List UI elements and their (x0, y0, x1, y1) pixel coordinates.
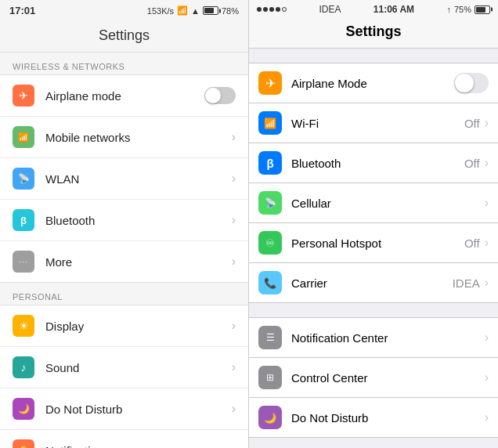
right-section1-gap (249, 49, 498, 63)
airplane-toggle[interactable] (204, 87, 236, 104)
left-notifications-label: Notifications (45, 444, 232, 449)
left-section2-label: PERSONAL (0, 283, 248, 305)
right-item-bluetooth[interactable]: β Bluetooth Off › (249, 143, 498, 183)
ios-cellular-arrow: › (485, 196, 489, 210)
left-notifications-arrow: › (232, 443, 236, 448)
ios-signal-dots (257, 7, 287, 12)
left-display-arrow: › (232, 319, 236, 333)
left-display-label: Display (45, 320, 232, 333)
ios-carrier-icon: 📞 (258, 271, 282, 294)
right-item-wifi[interactable]: 📶 Wi-Fi Off › (249, 103, 498, 143)
right-title: Settings (345, 23, 401, 39)
ios-hotspot-label: Personal Hotspot (291, 237, 464, 250)
right-panel: IDEA 11:06 AM ↑ 75% Settings ✈ Airplane … (249, 0, 498, 448)
left-bluetooth-label: Bluetooth (45, 214, 232, 227)
ios-notif-center-label: Notification Center (291, 331, 485, 345)
ios-dnd-icon: 🌙 (258, 406, 282, 429)
left-status-right: 153K/s 📶 ▲ 78% (147, 5, 239, 16)
left-item-airplane[interactable]: ✈ Airplane mode (0, 75, 248, 117)
right-item-notif-center[interactable]: ☰ Notification Center › (249, 318, 498, 358)
left-panel: 17:01 153K/s 📶 ▲ 78% Settings WIRELESS &… (0, 0, 249, 448)
left-item-wlan[interactable]: 📡 WLAN › (0, 158, 248, 200)
right-item-airplane[interactable]: ✈ Airplane Mode (249, 63, 498, 103)
left-item-mobile[interactable]: 📶 Mobile networks › (0, 117, 248, 158)
left-item-more[interactable]: ··· More › (0, 241, 248, 282)
left-item-sound[interactable]: ♪ Sound › (0, 347, 248, 388)
bluetooth-icon: β (13, 209, 34, 231)
left-more-arrow: › (232, 255, 236, 269)
right-time: 11:06 AM (374, 4, 414, 15)
wlan-icon: 📡 (13, 168, 34, 190)
left-mobile-label: Mobile networks (45, 131, 232, 144)
left-more-label: More (45, 255, 232, 269)
right-header: Settings (249, 19, 498, 49)
ios-cellular-icon: 📡 (258, 191, 282, 215)
right-item-cellular[interactable]: 📡 Cellular › (249, 183, 498, 223)
left-bluetooth-arrow: › (232, 213, 236, 227)
dot4 (276, 7, 280, 12)
ios-airplane-toggle[interactable] (454, 73, 489, 93)
right-item-dnd[interactable]: 🌙 Do Not Disturb › (249, 398, 498, 437)
right-section2-gap (249, 303, 498, 317)
left-title: Settings (99, 27, 150, 43)
right-battery-fill (476, 7, 485, 13)
ios-wifi-arrow: › (485, 116, 489, 130)
left-dnd-arrow: › (232, 402, 236, 416)
sound-icon: ♪ (13, 356, 34, 378)
left-section1-label: WIRELESS & NETWORKS (0, 52, 248, 74)
left-wlan-arrow: › (232, 172, 236, 186)
left-network-speed: 153K/s (147, 6, 174, 16)
dot1 (257, 7, 262, 12)
left-sound-label: Sound (45, 361, 232, 374)
ios-cellular-label: Cellular (291, 197, 485, 210)
ios-hotspot-icon: ♾ (258, 231, 282, 255)
right-status-bar: IDEA 11:06 AM ↑ 75% (249, 0, 498, 19)
ios-bluetooth-label: Bluetooth (291, 157, 464, 170)
ios-airplane-label: Airplane Mode (291, 77, 454, 90)
ios-carrier-arrow: › (485, 276, 489, 290)
mobile-icon: 📶 (13, 126, 34, 148)
ios-notif-center-arrow: › (485, 331, 489, 345)
dot5 (282, 7, 287, 12)
ios-notif-center-icon: ☰ (258, 326, 282, 349)
left-item-display[interactable]: ☀ Display › (0, 305, 248, 347)
left-item-notifications[interactable]: 🔔 Notifications › (0, 430, 248, 448)
left-battery-percent: 78% (222, 6, 239, 16)
ios-dnd-label: Do Not Disturb (291, 411, 485, 425)
ios-carrier-value: IDEA (453, 276, 480, 290)
right-location-icon: ↑ (446, 5, 451, 14)
left-airplane-label: Airplane mode (45, 89, 204, 103)
right-carrier: IDEA (319, 4, 341, 15)
left-wlan-label: WLAN (45, 172, 232, 186)
left-signal-icon: ▲ (191, 6, 200, 16)
right-item-control-center[interactable]: ⊞ Control Center › (249, 358, 498, 398)
left-time: 17:01 (9, 5, 35, 16)
ios-dnd-arrow: › (485, 410, 489, 425)
ios-control-center-arrow: › (485, 370, 489, 385)
ios-control-center-icon: ⊞ (258, 366, 282, 389)
right-bottom-gap (249, 438, 498, 448)
right-item-carrier[interactable]: 📞 Carrier IDEA › (249, 263, 498, 302)
right-status-right: ↑ 75% (446, 5, 490, 14)
display-icon: ☀ (13, 315, 34, 337)
right-battery-percent: 75% (454, 5, 471, 14)
left-item-dnd[interactable]: 🌙 Do Not Disturb › (0, 388, 248, 430)
dot2 (263, 7, 268, 12)
dnd-icon: 🌙 (13, 398, 34, 420)
airplane-toggle-knob (205, 88, 221, 103)
left-item-bluetooth[interactable]: β Bluetooth › (0, 200, 248, 241)
ios-airplane-icon: ✈ (258, 71, 282, 95)
ios-airplane-knob (455, 74, 474, 92)
left-sound-arrow: › (232, 360, 236, 374)
ios-wifi-value: Off (464, 117, 480, 130)
ios-wifi-icon: 📶 (258, 111, 282, 135)
ios-control-center-label: Control Center (291, 371, 485, 385)
dot3 (269, 7, 274, 12)
left-scroll[interactable]: WIRELESS & NETWORKS ✈ Airplane mode 📶 Mo… (0, 52, 248, 448)
right-section1-list: ✈ Airplane Mode 📶 Wi-Fi Off › β Bluetoot… (249, 63, 498, 303)
left-dnd-label: Do Not Disturb (45, 403, 232, 416)
right-item-hotspot[interactable]: ♾ Personal Hotspot Off › (249, 223, 498, 263)
right-section2-list: ☰ Notification Center › ⊞ Control Center… (249, 317, 498, 438)
left-section2-list: ☀ Display › ♪ Sound › 🌙 Do Not Disturb ›… (0, 305, 248, 448)
right-scroll[interactable]: ✈ Airplane Mode 📶 Wi-Fi Off › β Bluetoot… (249, 49, 498, 448)
